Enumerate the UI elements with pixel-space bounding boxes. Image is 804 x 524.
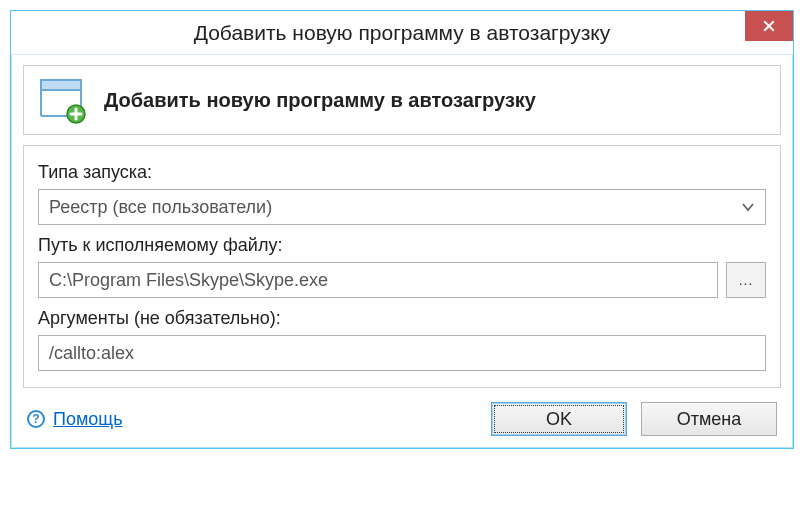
help-link[interactable]: ? Помощь	[27, 409, 123, 430]
browse-button[interactable]: ...	[726, 262, 766, 298]
form-panel: Типа запуска: Реестр (все пользователи) …	[23, 145, 781, 388]
cancel-button[interactable]: Отмена	[641, 402, 777, 436]
path-row: C:\Program Files\Skype\Skype.exe ...	[38, 262, 766, 298]
button-row: OK Отмена	[491, 402, 777, 436]
arguments-label: Аргументы (не обязательно):	[38, 308, 766, 329]
chevron-down-icon	[741, 199, 755, 215]
svg-rect-3	[41, 80, 81, 90]
close-icon	[763, 20, 775, 32]
help-icon: ?	[27, 410, 45, 428]
window-title: Добавить новую программу в автозагрузку	[194, 21, 611, 45]
launch-type-select[interactable]: Реестр (все пользователи)	[38, 189, 766, 225]
launch-type-value: Реестр (все пользователи)	[49, 197, 272, 218]
footer: ? Помощь OK Отмена	[23, 402, 781, 436]
header-panel: Добавить новую программу в автозагрузку	[23, 65, 781, 135]
path-input[interactable]: C:\Program Files\Skype\Skype.exe	[38, 262, 718, 298]
header-title: Добавить новую программу в автозагрузку	[104, 89, 536, 112]
close-button[interactable]	[745, 11, 793, 41]
dialog-window: Добавить новую программу в автозагрузку …	[10, 10, 794, 449]
launch-type-label: Типа запуска:	[38, 162, 766, 183]
arguments-input[interactable]: /callto:alex	[38, 335, 766, 371]
path-label: Путь к исполняемому файлу:	[38, 235, 766, 256]
ok-button[interactable]: OK	[491, 402, 627, 436]
program-add-icon	[38, 76, 86, 124]
titlebar: Добавить новую программу в автозагрузку	[11, 11, 793, 55]
dialog-content: Добавить новую программу в автозагрузку …	[11, 55, 793, 448]
help-label: Помощь	[53, 409, 123, 430]
